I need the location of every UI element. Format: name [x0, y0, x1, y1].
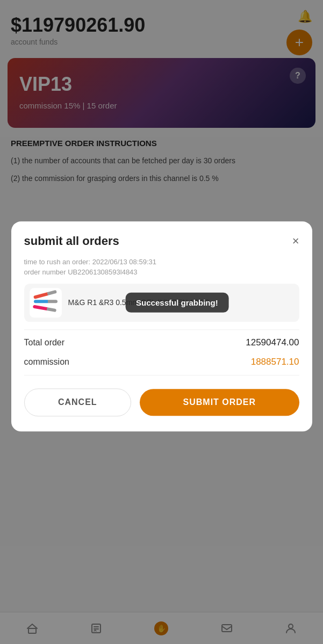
- modal-actions: CANCEL SUBMIT ORDER: [24, 388, 299, 416]
- pen2: [34, 300, 58, 303]
- success-tooltip: Successful grabbing!: [125, 293, 229, 313]
- cancel-button[interactable]: CANCEL: [24, 388, 132, 416]
- commission-label: commission: [24, 357, 69, 367]
- submit-orders-modal: submit all orders × time to rush an orde…: [11, 221, 312, 431]
- total-order-label: Total order: [24, 338, 65, 348]
- order-number-value: UB22061308593l4843: [68, 268, 137, 276]
- product-image: [30, 288, 62, 317]
- product-row: M&G R1 &R3 0.5mm GEL INK PEN 1PCS Succes…: [24, 284, 299, 322]
- order-number-label: order number: [24, 268, 66, 276]
- time-label: time to rush an order:: [24, 258, 91, 266]
- pen-visual: [31, 290, 60, 315]
- modal-header: submit all orders ×: [24, 234, 299, 248]
- submit-order-button[interactable]: SUBMIT ORDER: [140, 389, 299, 416]
- modal-close-button[interactable]: ×: [292, 235, 299, 247]
- time-value: 2022/06/13 08:59:31: [92, 258, 156, 266]
- total-order-value: 12590474.00: [246, 337, 299, 348]
- pen3: [32, 305, 56, 313]
- modal-title: submit all orders: [24, 234, 119, 248]
- total-order-line: Total order 12590474.00: [24, 329, 299, 353]
- commission-line: commission 1888571.10: [24, 353, 299, 375]
- modal-time-label: time to rush an order: 2022/06/13 08:59:…: [24, 258, 299, 266]
- pen1: [33, 290, 56, 299]
- commission-value: 1888571.10: [251, 357, 299, 367]
- modal-order-number: order number UB22061308593l4843: [24, 268, 299, 276]
